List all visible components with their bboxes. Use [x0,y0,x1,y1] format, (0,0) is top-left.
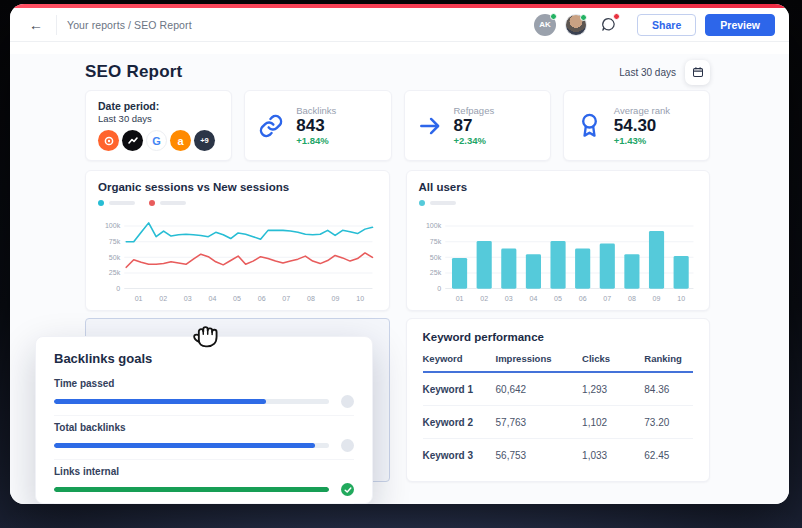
legend-item[interactable] [149,200,186,206]
column-header[interactable]: Keyword [423,353,496,364]
backlinks-goals-card[interactable]: Backlinks goals Time passedTotal backlin… [35,336,373,504]
legend-label-placeholder [109,201,135,205]
goal-progress-fill [54,487,329,492]
stat-delta: +2.34% [454,135,495,146]
chart-title: Organic sessions vs New sessions [98,181,377,193]
line-chart: 100k75k50k25k001020304050607080910 [98,208,377,304]
goal-progress-fill [54,399,266,404]
metric-cell: 62.45 [644,450,693,461]
breadcrumb[interactable]: Your reports / SEO Report [67,19,192,31]
metric-cell: 56,753 [496,450,583,461]
table-row[interactable]: Keyword 356,7531,03362.45 [423,439,694,471]
more-integrations-badge[interactable]: +9 [194,130,215,151]
stat-label: Backlinks [296,105,336,116]
google-icon[interactable]: G [146,130,167,151]
chart-title: All users [419,181,698,193]
top-header: ← Your reports / SEO Report AK Share Pre… [10,8,789,42]
keyword-table: KeywordImpressionsClicksRankingKeyword 1… [423,353,694,471]
sessions-chart-card[interactable]: Organic sessions vs New sessions 100k75k… [85,170,390,311]
metric-cell: 1,033 [582,450,644,461]
share-button[interactable]: Share [637,14,696,36]
average-rank-stat-card[interactable]: Average rank 54.30 +1.43% [563,90,710,161]
goal-done-check-icon [341,483,354,496]
calendar-button[interactable] [685,60,710,85]
metric-cell: 73.20 [644,417,693,428]
date-range-picker[interactable]: Last 30 days [619,60,710,85]
svg-text:08: 08 [307,295,315,302]
goal-row: Total backlinks [54,415,354,452]
keyword-performance-card[interactable]: Keyword performance KeywordImpressionsCl… [406,318,711,482]
all-users-chart-card[interactable]: All users 100k75k50k25k00102030405060708… [406,170,711,311]
stat-delta: +1.43% [614,135,670,146]
svg-text:01: 01 [455,295,463,302]
keyword-table-title: Keyword performance [423,331,694,343]
svg-text:50k: 50k [429,254,441,261]
date-period-card[interactable]: Date period: Last 30 days G a +9 [85,90,232,161]
online-status-dot [580,14,587,21]
svg-text:06: 06 [578,295,586,302]
legend-item[interactable] [419,200,456,206]
svg-text:07: 07 [603,295,611,302]
backlinks-stat-card[interactable]: Backlinks 843 +1.84% [244,90,391,161]
preview-button[interactable]: Preview [705,14,775,36]
metric-cell: 1,293 [582,384,644,395]
stat-value: 843 [296,116,336,136]
svg-text:0: 0 [437,285,441,292]
header-divider [56,15,57,35]
legend-item[interactable] [98,200,135,206]
award-icon [576,112,603,139]
back-button[interactable]: ← [20,13,52,37]
goal-progress-track [54,399,329,404]
column-header[interactable]: Impressions [496,353,583,364]
svg-text:04: 04 [209,295,217,302]
keyword-name-cell: Keyword 1 [423,384,496,395]
goal-label: Total backlinks [54,422,354,433]
integrations-row: G a +9 [98,130,219,151]
svg-text:01: 01 [135,295,143,302]
date-period-label: Date period: [98,100,219,112]
goal-label: Links internal [54,466,354,477]
legend-dot-icon [98,200,104,206]
legend-dot-icon [149,200,155,206]
stats-row: Date period: Last 30 days G a +9 [85,90,710,156]
metric-cell: 1,102 [582,417,644,428]
metric-cell: 60,642 [496,384,583,395]
column-header[interactable]: Clicks [582,353,644,364]
chart-legend [419,200,698,206]
column-header[interactable]: Ranking [644,353,693,364]
svg-text:25k: 25k [109,270,121,277]
svg-text:0: 0 [116,285,120,292]
goal-progress-track [54,443,329,448]
keyword-name-cell: Keyword 2 [423,417,496,428]
goal-progress-track [54,487,329,492]
svg-text:09: 09 [332,295,340,302]
svg-text:03: 03 [184,295,192,302]
table-row[interactable]: Keyword 160,6421,29384.36 [423,373,694,406]
svg-text:100k: 100k [425,223,441,230]
avatar-photo[interactable] [565,14,587,36]
keyword-name-cell: Keyword 3 [423,450,496,461]
semrush-icon[interactable] [98,130,119,151]
svg-text:03: 03 [504,295,512,302]
avatar-initials-label: AK [539,20,551,29]
table-row[interactable]: Keyword 257,7631,10273.20 [423,406,694,439]
goal-progress-fill [54,443,315,448]
trend-line-icon[interactable] [122,130,143,151]
ahrefs-icon[interactable]: a [170,130,191,151]
arrow-right-icon [417,113,443,139]
goal-pending-icon [341,395,354,408]
calendar-icon [692,66,704,78]
goals-list: Time passedTotal backlinksLinks internal… [54,372,354,504]
bar-chart: 100k75k50k25k001020304050607080910 [419,208,698,304]
svg-text:25k: 25k [429,270,441,277]
legend-label-placeholder [430,201,456,205]
svg-text:75k: 75k [109,238,121,245]
refpages-stat-card[interactable]: Refpages 87 +2.34% [404,90,551,161]
goal-pending-icon [341,439,354,452]
svg-text:50k: 50k [109,254,121,261]
comments-button[interactable] [596,13,620,37]
svg-text:07: 07 [282,295,290,302]
svg-text:100k: 100k [105,223,121,230]
avatar-initials[interactable]: AK [534,14,556,36]
app-window: ← Your reports / SEO Report AK Share Pre… [10,4,789,504]
